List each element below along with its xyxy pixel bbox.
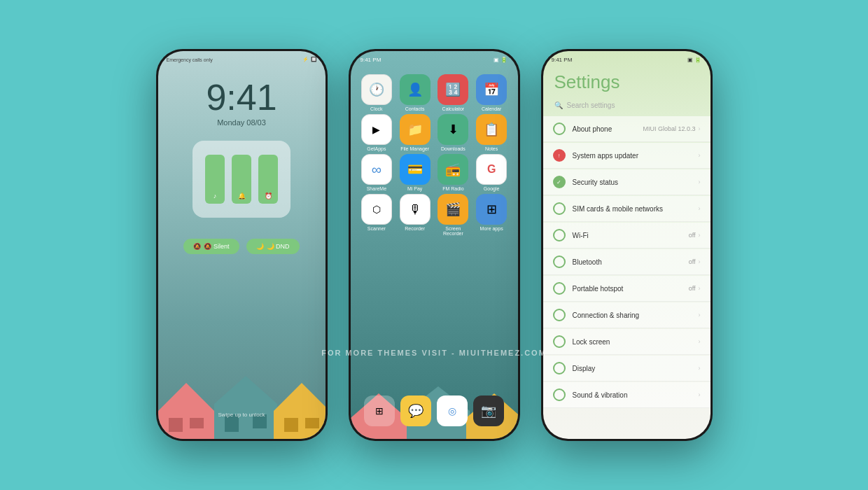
- moreapps-icon: ⊞: [476, 194, 507, 225]
- fmradio-label: FM Radio: [442, 186, 463, 191]
- fmradio-icon: 📻: [438, 154, 468, 185]
- settings-item-display[interactable]: Display ›: [543, 356, 710, 382]
- app-clock[interactable]: 🕐 Clock: [359, 74, 395, 111]
- swipe-hint: Swipe up to unlock: [158, 412, 326, 418]
- lock-clock: 9:41: [158, 79, 326, 115]
- lock-time: 9:41 Monday 08/03: [158, 79, 326, 127]
- shareme-icon: ∞: [361, 154, 392, 185]
- widget-bar-1: ♪: [205, 155, 225, 204]
- settings-item-connection[interactable]: Connection & sharing ›: [543, 302, 710, 328]
- updater-chevron: ›: [699, 152, 701, 159]
- settings-battery: ▣ 🔋: [687, 57, 701, 63]
- app-mipay[interactable]: 💳 Mi Pay: [397, 154, 433, 191]
- app-filemanager[interactable]: 📁 File Manager: [397, 114, 433, 151]
- homescreen-status-bar: 9:41 PM ▣ 🔋: [351, 51, 518, 66]
- dock-messages[interactable]: 💬: [400, 396, 431, 426]
- settings-item-hotspot[interactable]: Portable hotspot off ›: [543, 276, 710, 302]
- settings-item-bluetooth[interactable]: Bluetooth off ›: [543, 249, 710, 275]
- lockscreen-label: Lock screen: [573, 338, 699, 346]
- app-downloads[interactable]: ⬇ Downloads: [435, 114, 471, 151]
- svg-marker-8: [274, 383, 326, 411]
- dock-tiles[interactable]: ⊞: [364, 396, 395, 426]
- app-notes[interactable]: 📋 Notes: [474, 114, 510, 151]
- connection-chevron: ›: [699, 312, 701, 318]
- dock-camera[interactable]: 📷: [473, 396, 504, 426]
- app-getapps[interactable]: ▶ GetApps: [359, 114, 395, 151]
- settings-item-wifi[interactable]: Wi-Fi off ›: [543, 223, 710, 248]
- calculator-app-icon: 🔢: [438, 74, 468, 105]
- settings-time: 9:41 PM: [552, 57, 573, 63]
- app-calculator[interactable]: 🔢 Calculator: [435, 74, 471, 111]
- wifi-chevron: ›: [699, 232, 701, 239]
- silent-icon: 🔕: [193, 243, 201, 250]
- dock-chrome[interactable]: ◎: [437, 396, 468, 426]
- settings-item-sound[interactable]: Sound & vibration ›: [543, 382, 710, 408]
- homescreen-battery: ▣ 🔋: [493, 57, 507, 63]
- app-fmradio[interactable]: 📻 FM Radio: [435, 154, 471, 191]
- hotspot-chevron: ›: [699, 285, 701, 292]
- getapps-icon: ▶: [361, 114, 392, 145]
- app-recorder[interactable]: 🎙 Recorder: [397, 194, 433, 236]
- settings-item-sim[interactable]: SIM cards & mobile networks ›: [543, 196, 710, 222]
- app-calendar[interactable]: 📅 Calendar: [474, 74, 510, 111]
- dnd-button[interactable]: 🌙 🌙 DND: [246, 239, 300, 254]
- getapps-label: GetApps: [367, 146, 386, 151]
- battery-indicator: ⚡ 🔲: [302, 57, 317, 62]
- sound-chevron: ›: [699, 391, 701, 398]
- about-label: About phone: [573, 125, 643, 133]
- silent-label: 🔕 Silent: [204, 243, 229, 250]
- svg-rect-10: [284, 418, 298, 432]
- hotspot-value: off: [689, 285, 696, 292]
- app-grid: 🕐 Clock 👤 Contacts 🔢 Calculator 📅 Calend…: [351, 69, 518, 241]
- search-bar[interactable]: 🔍 Search settings: [543, 97, 710, 116]
- app-shareme[interactable]: ∞ ShareMe: [359, 154, 395, 191]
- downloads-icon: ⬇: [438, 114, 468, 145]
- dock-bar: ⊞ 💬 ◎ 📷: [351, 396, 518, 426]
- app-google[interactable]: G Google: [474, 154, 510, 191]
- search-placeholder: Search settings: [567, 102, 615, 109]
- display-label: Display: [573, 365, 699, 372]
- settings-list: About phone MIUI Global 12.0.3 › ↑ Syste…: [543, 116, 710, 409]
- svg-rect-3: [190, 418, 204, 428]
- security-label: Security status: [573, 178, 699, 186]
- app-screenrec[interactable]: 🎬 Screen Recorder: [435, 194, 471, 236]
- shareme-label: ShareMe: [367, 186, 386, 191]
- hotspot-label: Portable hotspot: [573, 285, 689, 293]
- notes-label: Notes: [485, 146, 498, 151]
- settings-item-security[interactable]: ✓ Security status ›: [543, 169, 710, 195]
- updater-icon: ↑: [553, 149, 566, 162]
- connection-label: Connection & sharing: [573, 312, 699, 319]
- widget-bar-2: 🔔: [232, 155, 251, 204]
- calendar-app-icon: 📅: [476, 74, 507, 105]
- phone-lockscreen: Emergency calls only ⚡ 🔲 9:41 Monday 08/…: [156, 49, 328, 441]
- scanner-label: Scanner: [368, 226, 386, 231]
- phone-settings: 9:41 PM ▣ 🔋 Settings 🔍 Search settings A…: [541, 49, 713, 441]
- notes-icon: 📋: [476, 114, 507, 145]
- emergency-text: Emergency calls only: [167, 57, 213, 62]
- settings-status-bar: 9:41 PM ▣ 🔋: [543, 51, 710, 66]
- sim-icon: [553, 202, 566, 215]
- settings-item-lockscreen[interactable]: Lock screen ›: [543, 329, 710, 355]
- contacts-app-label: Contacts: [405, 106, 425, 111]
- settings-item-updater[interactable]: ↑ System apps updater ›: [543, 143, 710, 169]
- lockscreen-chevron: ›: [699, 338, 701, 345]
- svg-marker-0: [158, 383, 214, 411]
- recorder-icon: 🎙: [400, 194, 430, 225]
- calculator-app-label: Calculator: [442, 106, 465, 111]
- downloads-label: Downloads: [441, 146, 465, 151]
- lock-widget: ♪ 🔔 ⏰: [192, 141, 290, 218]
- settings-title: Settings: [543, 66, 710, 97]
- app-moreapps[interactable]: ⊞ More apps: [474, 194, 510, 236]
- svg-marker-4: [214, 376, 277, 404]
- security-chevron: ›: [699, 178, 701, 186]
- bluetooth-chevron: ›: [699, 258, 701, 265]
- app-scanner[interactable]: ⬡ Scanner: [359, 194, 395, 236]
- svg-rect-2: [169, 418, 183, 432]
- about-icon: [553, 122, 566, 135]
- music-icon: ♪: [214, 192, 217, 200]
- app-contacts[interactable]: 👤 Contacts: [397, 74, 433, 111]
- filemanager-label: File Manager: [400, 146, 429, 151]
- settings-item-about[interactable]: About phone MIUI Global 12.0.3 ›: [543, 116, 710, 142]
- silent-button[interactable]: 🔕 🔕 Silent: [183, 239, 239, 254]
- about-chevron: ›: [699, 125, 701, 132]
